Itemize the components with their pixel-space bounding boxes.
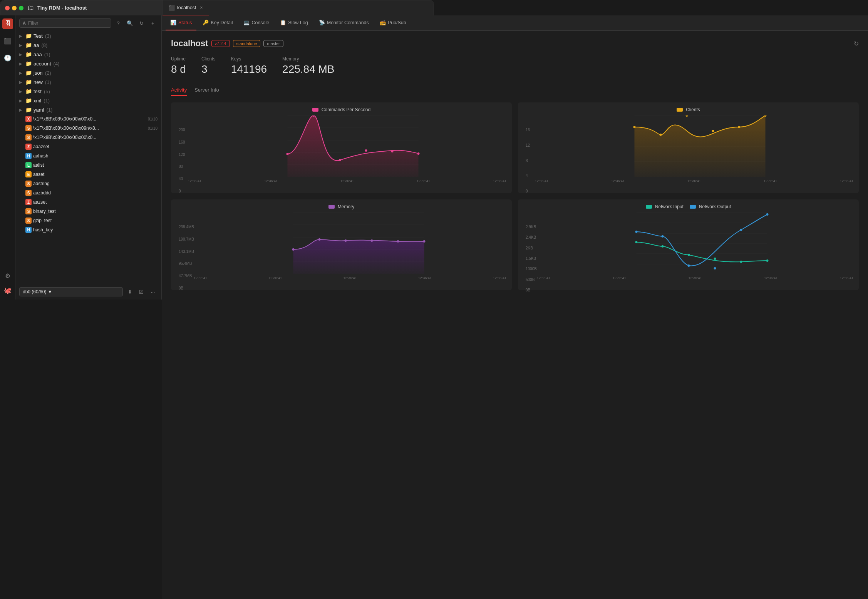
list-item[interactable]: S aastring: [15, 179, 161, 188]
folder-icon: 📁: [25, 51, 32, 57]
key-type-icon: L: [25, 162, 32, 168]
list-item[interactable]: X \x1F\x8B\x08\x00\x00\x00\x0... 01/10: [15, 114, 161, 124]
list-item[interactable]: ▶ 📁 account (4): [15, 59, 161, 68]
sidebar-icon-database[interactable]: 🗄: [2, 18, 13, 29]
list-item[interactable]: H hash_key: [15, 225, 161, 234]
folder-icon: 📁: [25, 33, 32, 39]
key-type-icon: Z: [25, 199, 32, 205]
folder-count: (1): [46, 107, 52, 113]
activity-tab-activity[interactable]: Activity: [171, 85, 187, 96]
key-name: hash_key: [33, 227, 158, 233]
list-item[interactable]: S \x1F\x8B\x08\x00\x00\x09n\x8... 01/10: [15, 124, 161, 133]
filter-text-input[interactable]: [28, 20, 108, 26]
db-selector[interactable]: db0 (60/60) ▼: [19, 287, 123, 296]
svg-point-29: [292, 248, 295, 251]
chevron-right-icon: ▶: [19, 62, 24, 66]
sidebar-icons: 🗄 ⬛ 🕐 ⚙ 🐙: [0, 15, 15, 300]
key-name: \x1F\x8B\x08\x00\x00\x00\x0...: [33, 135, 158, 140]
folder-count: (8): [41, 42, 47, 48]
list-item[interactable]: Z aaazset: [15, 142, 161, 151]
tab-key-detail[interactable]: 🔑 Key Detail: [198, 15, 237, 30]
chevron-right-icon: ▶: [19, 71, 24, 75]
activity-tab-server-info[interactable]: Server Info: [194, 85, 219, 96]
list-item[interactable]: Z aazset: [15, 197, 161, 207]
svg-point-11: [417, 152, 420, 155]
folder-count: (3): [45, 33, 51, 39]
key-type-icon: H: [25, 153, 32, 159]
key-name: aaset: [33, 172, 158, 177]
key-list-body: ▶ 📁 Test (3) ▶ 📁 aa (8) ▶ 📁 aaa (1) ▶ 📁 …: [15, 31, 161, 284]
tab-pub-sub[interactable]: 📻 Pub/Sub: [375, 15, 411, 30]
list-item[interactable]: ▶ 📁 aa (8): [15, 40, 161, 50]
maximize-button[interactable]: [19, 6, 23, 10]
sidebar-icon-settings[interactable]: ⚙: [2, 270, 13, 281]
folder-count: (5): [44, 89, 50, 94]
close-button[interactable]: [5, 6, 10, 10]
sidebar-icon-terminal[interactable]: ⬛: [2, 35, 13, 46]
filter-input-container: A: [19, 18, 111, 28]
svg-point-8: [339, 159, 341, 161]
tab-slow-log[interactable]: 📋 Slow Log: [275, 15, 312, 30]
add-key-button[interactable]: +: [148, 18, 158, 28]
memory-y-labels: 238.4MB190.7MB143.1MB95.4MB47.7MB0B: [179, 225, 194, 290]
svg-point-6: [287, 153, 289, 155]
mode-badge: standalone: [233, 40, 261, 47]
list-item[interactable]: L aalist: [15, 161, 161, 170]
server-info: localhost v7.2.4 standalone master: [171, 38, 283, 49]
list-item[interactable]: S aazbddd: [15, 188, 161, 197]
list-item[interactable]: ▶ 📁 new (1): [15, 77, 161, 87]
more-button[interactable]: ···: [148, 287, 158, 296]
key-name: binary_test: [33, 209, 158, 214]
stat-uptime: Uptime 8 d: [171, 56, 186, 75]
tab-console[interactable]: 💻 Console: [239, 15, 274, 30]
filter-help-button[interactable]: ?: [114, 18, 123, 28]
chart-cps-title: Commands Per Second: [176, 107, 434, 112]
key-type-icon: X: [25, 116, 32, 122]
key-suffix: 01/10: [148, 117, 158, 121]
chevron-right-icon: ▶: [19, 80, 24, 84]
minimize-button[interactable]: [12, 6, 17, 10]
list-item[interactable]: S binary_test: [15, 207, 161, 216]
content-area: 📊 Status 🔑 Key Detail 💻 Console 📋 Slow L…: [162, 15, 434, 300]
folder-count: (1): [44, 98, 50, 104]
list-item[interactable]: ▶ 📁 yaml (1): [15, 105, 161, 114]
key-detail-tab-icon: 🔑: [203, 20, 209, 25]
folder-name: aa: [34, 42, 39, 48]
chart-commands-per-second: Commands Per Second 20016012080400: [171, 102, 434, 193]
list-item[interactable]: ▶ 📁 json (2): [15, 68, 161, 77]
refresh-button[interactable]: ↻: [137, 18, 146, 28]
tab-close[interactable]: ×: [200, 5, 203, 10]
chevron-right-icon: ▶: [19, 34, 24, 38]
tab-status[interactable]: 📊 Status: [166, 15, 196, 30]
list-item[interactable]: E aaset: [15, 170, 161, 179]
key-name: aaazset: [33, 144, 158, 149]
chevron-right-icon: ▶: [19, 43, 24, 47]
cps-x-labels: 12:36:4112:36:4112:36:4112:36:4112:36:41: [187, 179, 434, 183]
status-tab-icon: 📊: [170, 20, 176, 25]
list-item[interactable]: H aahash: [15, 151, 161, 161]
app-icon: 🗂: [27, 4, 34, 12]
sidebar-icon-history[interactable]: 🕐: [2, 52, 13, 63]
list-item[interactable]: S \x1F\x8B\x08\x00\x00\x00\x0...: [15, 133, 161, 142]
folder-name: account: [34, 61, 51, 67]
tab-localhost[interactable]: ⬛ localhost ×: [163, 0, 209, 16]
charts-grid: Commands Per Second 20016012080400: [171, 102, 434, 290]
search-button[interactable]: 🔍: [125, 18, 134, 28]
list-item[interactable]: S gzip_test: [15, 216, 161, 225]
list-item[interactable]: ▶ 📁 test (5): [15, 87, 161, 96]
key-list-header: A ? 🔍 ↻ +: [15, 15, 161, 31]
key-type-icon: S: [25, 125, 32, 131]
export-button[interactable]: ⬇: [125, 287, 134, 296]
tab-monitor-commands[interactable]: 📡 Monitor Commands: [314, 15, 374, 30]
list-item[interactable]: ▶ 📁 xml (1): [15, 96, 161, 105]
tasks-button[interactable]: ☑: [137, 287, 146, 296]
list-item[interactable]: ▶ 📁 Test (3): [15, 31, 161, 40]
svg-point-30: [318, 238, 321, 241]
sidebar-icon-github[interactable]: 🐙: [2, 285, 13, 296]
folder-count: (1): [44, 52, 50, 57]
memory-legend-color: [328, 205, 335, 209]
key-name: \x1F\x8B\x08\x00\x00\x09n\x8...: [33, 125, 145, 131]
list-item[interactable]: ▶ 📁 aaa (1): [15, 50, 161, 59]
chevron-right-icon: ▶: [19, 89, 24, 94]
key-name: aahash: [33, 153, 158, 159]
